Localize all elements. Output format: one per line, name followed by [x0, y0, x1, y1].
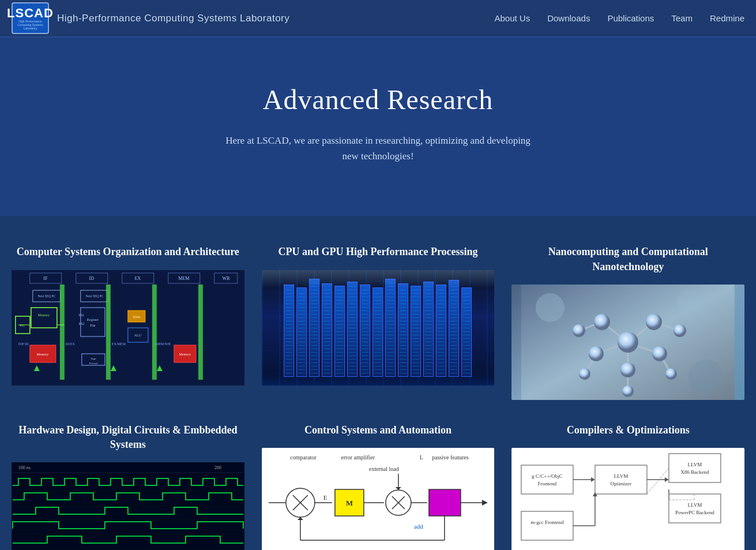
svg-point-69	[674, 324, 686, 337]
card-cpu-gpu: CPU and GPU High Performance Processing	[262, 245, 495, 399]
card-cpu-gpu-image	[262, 270, 495, 386]
svg-text:Extend: Extend	[89, 362, 98, 365]
svg-text:M: M	[345, 499, 352, 507]
svg-point-70	[573, 324, 585, 337]
card-control: Control Systems and Automation comparato…	[262, 423, 495, 550]
card-compilers-title: Compilers & Optimizations	[567, 423, 690, 437]
nav-redmine[interactable]: Redmine	[710, 13, 744, 23]
card-control-title: Control Systems and Automation	[304, 423, 452, 437]
svg-point-72	[579, 368, 590, 380]
card-compilers-image: g C/C++/ObjC Frontend LLVM Optimizer LLV…	[511, 448, 744, 550]
nav-links: About Us Downloads Publications Team Red…	[494, 13, 744, 23]
site-title: High-Performance Computing Systems Labor…	[57, 13, 289, 24]
svg-text:comparator: comparator	[290, 454, 317, 461]
svg-text:DIF/ID: DIF/ID	[18, 342, 29, 346]
svg-text:external load: external load	[369, 466, 399, 472]
svg-point-68	[620, 362, 635, 377]
card-nano: Nanocomputing and Computational Nanotech…	[511, 245, 744, 399]
research-section: Computer Systems Organization and Archit…	[0, 216, 756, 550]
svg-rect-122	[518, 448, 738, 550]
svg-point-71	[665, 368, 677, 380]
svg-point-75	[689, 360, 723, 394]
svg-text:ID: ID	[89, 276, 95, 281]
svg-point-74	[536, 293, 565, 322]
hero-section: Advanced Research Here at LSCAD, we are …	[0, 38, 756, 216]
card-compilers: Compilers & Optimizations g C/C++/ObjC F…	[511, 423, 744, 550]
logo-main-text: LSCAD	[7, 7, 54, 20]
logo-box: LSCAD High Performance Computing Systems…	[12, 2, 49, 34]
svg-text:Frontend: Frontend	[538, 481, 557, 487]
svg-text:ALU: ALU	[134, 334, 142, 337]
svg-text:WB: WB	[222, 276, 230, 281]
svg-text:File: File	[90, 324, 96, 327]
svg-text:Register: Register	[87, 318, 99, 321]
svg-text:PC: PC	[20, 323, 25, 328]
svg-text:LLVM: LLVM	[688, 462, 702, 467]
svg-text:Memory: Memory	[179, 353, 191, 356]
card-architecture-title: Computer Systems Organization and Archit…	[17, 245, 239, 259]
svg-point-76	[677, 290, 700, 313]
svg-rect-41	[152, 285, 157, 380]
svg-text:L: L	[419, 454, 423, 461]
svg-point-66	[652, 346, 667, 361]
svg-point-64	[646, 314, 662, 330]
svg-text:100 ns: 100 ns	[18, 465, 31, 470]
nav-team[interactable]: Team	[671, 13, 693, 23]
card-architecture-image: IF ID EX MEM WB PC	[12, 270, 245, 386]
card-hardware-image: 100 ns 200	[12, 462, 245, 550]
logo-container: LSCAD High Performance Computing Systems…	[12, 2, 289, 34]
svg-text:E: E	[323, 494, 327, 501]
svg-text:Next SEQ PC: Next SEQ PC	[86, 294, 104, 298]
svg-text:g C/C++/ObjC: g C/C++/ObjC	[532, 473, 562, 479]
svg-text:Optimizer: Optimizer	[611, 481, 632, 487]
card-nano-image	[511, 285, 744, 400]
svg-text:Memory: Memory	[37, 313, 50, 317]
nav-about[interactable]: About Us	[494, 13, 530, 23]
svg-rect-112	[428, 489, 460, 516]
hero-description: Here at LSCAD, we are passionate in rese…	[223, 133, 534, 164]
hero-heading: Advanced Research	[12, 84, 744, 115]
svg-rect-42	[198, 285, 203, 380]
svg-text:error amplifier: error amplifier	[341, 454, 375, 461]
svg-text:MEM: MEM	[178, 276, 189, 281]
svg-text:200: 200	[215, 465, 221, 470]
svg-text:EX: EX	[134, 276, 141, 281]
svg-text:Next SEQ PC: Next SEQ PC	[38, 294, 56, 298]
svg-point-67	[589, 346, 604, 361]
card-hardware: Hardware Design, Digital Circuits & Embb…	[12, 423, 245, 550]
svg-text:RS1: RS1	[79, 313, 85, 317]
svg-point-65	[594, 314, 610, 330]
svg-text:ID/EX: ID/EX	[66, 342, 76, 346]
svg-text:RS2: RS2	[79, 322, 85, 325]
svg-text:Zero: Zero	[133, 315, 141, 319]
nav-publications[interactable]: Publications	[607, 13, 654, 23]
svg-rect-40	[106, 285, 111, 380]
research-grid: Computer Systems Organization and Archit…	[12, 245, 744, 550]
navbar: LSCAD High Performance Computing Systems…	[0, 0, 756, 38]
svg-point-63	[618, 332, 638, 353]
logo-sub-text: High Performance Computing Systems Labor…	[14, 20, 46, 30]
svg-text:PowerPC Backend: PowerPC Backend	[675, 510, 714, 515]
svg-text:m-gcc Frontend: m-gcc Frontend	[531, 519, 565, 525]
card-control-image: comparator error amplifier L passive fea…	[262, 448, 495, 550]
svg-text:MEM/WB: MEM/WB	[156, 342, 171, 346]
server-racks	[284, 279, 472, 377]
svg-text:LLVM: LLVM	[688, 502, 702, 508]
card-hardware-title: Hardware Design, Digital Circuits & Embb…	[12, 423, 245, 452]
svg-text:Sign: Sign	[91, 357, 96, 360]
card-architecture: Computer Systems Organization and Archit…	[12, 245, 245, 399]
svg-text:EX/MEM: EX/MEM	[112, 342, 126, 346]
svg-rect-39	[60, 285, 65, 380]
card-nano-title: Nanocomputing and Computational Nanotech…	[511, 245, 744, 274]
card-cpu-gpu-title: CPU and GPU High Performance Processing	[278, 245, 477, 259]
svg-text:X86 Backend: X86 Backend	[681, 469, 710, 475]
svg-text:LLVM: LLVM	[614, 473, 629, 479]
svg-text:Memory: Memory	[36, 353, 48, 356]
svg-text:add: add	[413, 523, 423, 530]
svg-text:IF: IF	[43, 276, 48, 281]
nav-downloads[interactable]: Downloads	[547, 13, 590, 23]
svg-text:passive features: passive features	[432, 454, 469, 461]
svg-point-73	[622, 386, 634, 397]
